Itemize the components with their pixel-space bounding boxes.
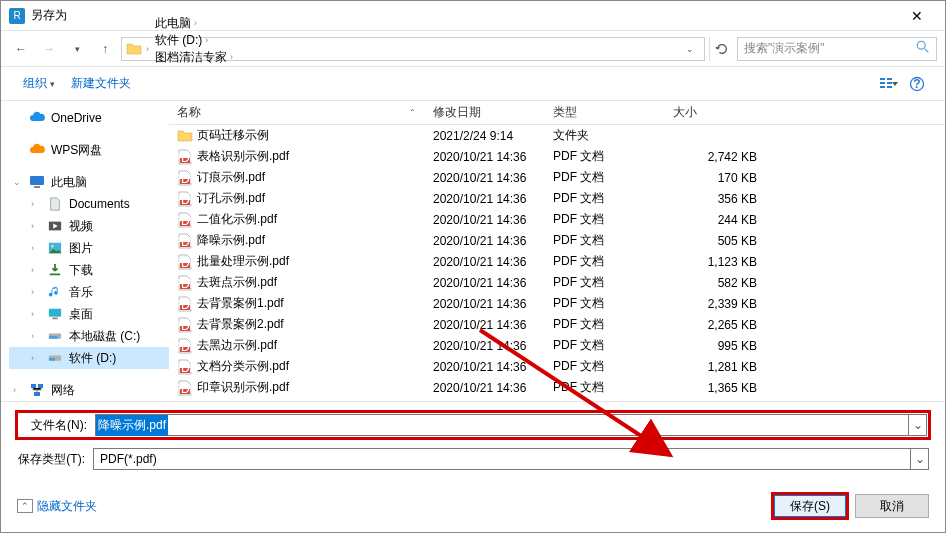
save-button[interactable]: 保存(S) <box>773 494 847 518</box>
column-date[interactable]: 修改日期 <box>425 101 545 124</box>
cancel-button[interactable]: 取消 <box>855 494 929 518</box>
breadcrumb[interactable]: › 此电脑 ›软件 (D:) ›图档清洁专家 ›演示案例 › ⌄ <box>121 37 705 61</box>
svg-point-14 <box>51 245 54 248</box>
svg-text:PDF: PDF <box>178 298 192 312</box>
file-size: 2,265 KB <box>665 318 765 332</box>
sidebar-item-drive-c[interactable]: ›本地磁盘 (C:) <box>9 325 169 347</box>
sidebar-item-onedrive[interactable]: OneDrive <box>9 107 169 129</box>
svg-line-1 <box>925 49 929 53</box>
table-row[interactable]: PDF文档分类示例.pdf2020/10/21 14:36PDF 文档1,281… <box>169 356 945 377</box>
table-row[interactable]: PDF表格识别示例.pdf2020/10/21 14:36PDF 文档2,742… <box>169 146 945 167</box>
table-row[interactable]: 页码迁移示例2021/2/24 9:14文件夹 <box>169 125 945 146</box>
sidebar-item-desktop[interactable]: ›桌面 <box>9 303 169 325</box>
pdf-icon: PDF <box>177 338 193 354</box>
column-type[interactable]: 类型 <box>545 101 665 124</box>
file-date: 2020/10/21 14:36 <box>425 150 545 164</box>
help-button[interactable]: ? <box>903 73 931 95</box>
file-date: 2020/10/21 14:36 <box>425 360 545 374</box>
svg-text:PDF: PDF <box>178 193 192 207</box>
breadcrumb-item[interactable]: 图档清洁专家 › <box>149 49 239 66</box>
filename-dropdown[interactable]: ⌄ <box>909 414 927 436</box>
collapse-icon[interactable]: ⌄ <box>13 177 23 187</box>
cloud-icon <box>29 142 45 158</box>
svg-point-0 <box>917 41 925 49</box>
pdf-icon: PDF <box>177 296 193 312</box>
file-date: 2020/10/21 14:36 <box>425 234 545 248</box>
sidebar-item-drive-d[interactable]: ›软件 (D:) <box>9 347 169 369</box>
forward-button[interactable]: → <box>37 37 61 61</box>
svg-rect-22 <box>31 384 36 388</box>
table-row[interactable]: PDF去背景案例1.pdf2020/10/21 14:36PDF 文档2,339… <box>169 293 945 314</box>
table-row[interactable]: PDF降噪示例.pdf2020/10/21 14:36PDF 文档505 KB <box>169 230 945 251</box>
sidebar-item-thispc[interactable]: ⌄此电脑 <box>9 171 169 193</box>
pdf-icon: PDF <box>177 170 193 186</box>
svg-text:PDF: PDF <box>178 361 192 375</box>
file-type: PDF 文档 <box>545 358 665 375</box>
file-date: 2020/10/21 14:36 <box>425 192 545 206</box>
filetype-dropdown[interactable]: ⌄ <box>911 448 929 470</box>
svg-rect-2 <box>880 78 885 80</box>
save-fields: 文件名(N): 降噪示例.pdf ⌄ 保存类型(T): PDF(*.pdf) ⌄ <box>1 402 945 484</box>
footer: ⌃ 隐藏文件夹 保存(S) 取消 <box>1 484 945 532</box>
sidebar-item-music[interactable]: ›音乐 <box>9 281 169 303</box>
column-size[interactable]: 大小 <box>665 101 765 124</box>
svg-rect-5 <box>887 78 892 80</box>
table-row[interactable]: PDF订痕示例.pdf2020/10/21 14:36PDF 文档170 KB <box>169 167 945 188</box>
recent-dropdown[interactable]: ▾ <box>65 37 89 61</box>
sidebar-item-network[interactable]: ›网络 <box>9 379 169 401</box>
sidebar-item-documents[interactable]: ›Documents <box>9 193 169 215</box>
file-date: 2020/10/21 14:36 <box>425 297 545 311</box>
table-row[interactable]: PDF二值化示例.pdf2020/10/21 14:36PDF 文档244 KB <box>169 209 945 230</box>
sidebar-item-wps[interactable]: WPS网盘 <box>9 139 169 161</box>
table-row[interactable]: PDF去斑点示例.pdf2020/10/21 14:36PDF 文档582 KB <box>169 272 945 293</box>
svg-text:PDF: PDF <box>178 382 192 396</box>
file-date: 2021/2/24 9:14 <box>425 129 545 143</box>
table-row[interactable]: PDF订孔示例.pdf2020/10/21 14:36PDF 文档356 KB <box>169 188 945 209</box>
sidebar-item-video[interactable]: ›视频 <box>9 215 169 237</box>
table-row[interactable]: PDF去黑边示例.pdf2020/10/21 14:36PDF 文档995 KB <box>169 335 945 356</box>
document-icon <box>47 196 63 212</box>
svg-text:PDF: PDF <box>178 340 192 354</box>
new-folder-button[interactable]: 新建文件夹 <box>63 71 139 96</box>
file-name: 去斑点示例.pdf <box>197 274 277 291</box>
svg-text:PDF: PDF <box>178 256 192 270</box>
view-options-button[interactable] <box>875 73 903 95</box>
file-size: 2,339 KB <box>665 297 765 311</box>
svg-rect-3 <box>880 82 885 84</box>
back-button[interactable]: ← <box>9 37 33 61</box>
file-name: 去黑边示例.pdf <box>197 337 277 354</box>
svg-rect-23 <box>38 384 43 388</box>
table-row[interactable]: PDF去背景案例2.pdf2020/10/21 14:36PDF 文档2,265… <box>169 314 945 335</box>
video-icon <box>47 218 63 234</box>
file-date: 2020/10/21 14:36 <box>425 276 545 290</box>
column-name[interactable]: 名称⌃ <box>169 101 425 124</box>
chevron-right-icon: › <box>230 52 233 62</box>
cloud-icon <box>29 110 45 126</box>
filetype-select[interactable]: PDF(*.pdf) <box>93 448 911 470</box>
table-row[interactable]: PDF批量处理示例.pdf2020/10/21 14:36PDF 文档1,123… <box>169 251 945 272</box>
search-input[interactable]: 搜索"演示案例" <box>737 37 937 61</box>
breadcrumb-item[interactable]: 软件 (D:) › <box>149 32 239 49</box>
chevron-right-icon: › <box>194 18 197 28</box>
file-list: 名称⌃ 修改日期 类型 大小 页码迁移示例2021/2/24 9:14文件夹PD… <box>169 101 945 401</box>
organize-menu[interactable]: 组织 <box>15 71 63 96</box>
file-size: 582 KB <box>665 276 765 290</box>
up-button[interactable]: ↑ <box>93 37 117 61</box>
refresh-button[interactable] <box>709 37 733 61</box>
table-row[interactable]: PDF印章识别示例.pdf2020/10/21 14:36PDF 文档1,365… <box>169 377 945 398</box>
sidebar-item-pictures[interactable]: ›图片 <box>9 237 169 259</box>
pdf-icon: PDF <box>177 233 193 249</box>
music-icon <box>47 284 63 300</box>
file-date: 2020/10/21 14:36 <box>425 339 545 353</box>
sidebar: OneDrive WPS网盘 ⌄此电脑 ›Documents ›视频 ›图片 ›… <box>1 101 169 401</box>
hide-folders-link[interactable]: ⌃ 隐藏文件夹 <box>17 498 97 515</box>
pdf-icon: PDF <box>177 380 193 396</box>
sidebar-item-downloads[interactable]: ›下载 <box>9 259 169 281</box>
filename-input[interactable]: 降噪示例.pdf <box>95 414 909 436</box>
breadcrumb-dropdown[interactable]: ⌄ <box>680 44 700 54</box>
svg-text:PDF: PDF <box>178 277 192 291</box>
close-button[interactable]: ✕ <box>897 2 937 30</box>
pdf-icon: PDF <box>177 191 193 207</box>
svg-rect-11 <box>34 186 40 188</box>
breadcrumb-item[interactable]: 此电脑 › <box>149 15 239 32</box>
